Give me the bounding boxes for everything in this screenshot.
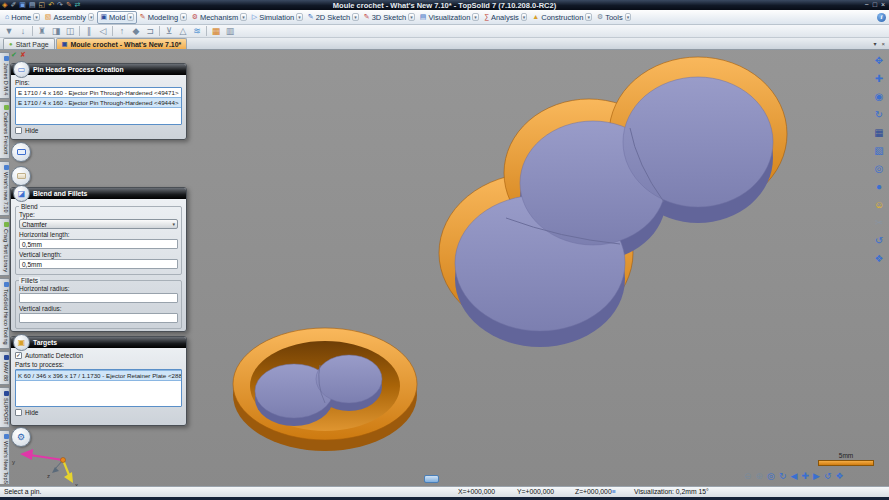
side-tab-2[interactable]: What's new 7.10 [0,161,10,217]
sketch-rectangle-button[interactable] [11,142,31,162]
tab-mechanism[interactable]: ⚙Mechanism▾ [190,12,249,23]
refresh-view-icon[interactable]: ↺ [824,471,832,482]
validate-cancel-icon[interactable]: ✘ [20,51,26,59]
tab-home[interactable]: ⌂Home▾ [3,12,42,23]
tab-construction[interactable]: ▲Construction▾ [530,12,594,23]
pan-view-icon[interactable]: ✚ [801,471,809,482]
sprue-icon[interactable]: ⊻ [162,25,176,37]
vertical-length-input[interactable]: 0,5mm [19,259,178,269]
pan-icon[interactable]: ✥ [875,55,883,66]
tab-mechanism-dropdown[interactable]: ▾ [240,13,247,21]
next-view-icon[interactable]: ▶ [813,471,820,482]
shading-icon[interactable]: ● [876,181,882,192]
side-tab-4[interactable]: TopSolid Heico Tooling [0,278,10,349]
pins-listbox[interactable]: E 1710 / 4 x 160 - Ejector Pin Through-H… [15,87,182,125]
tab-2d-sketch-dropdown[interactable]: ▾ [352,13,359,21]
slide-icon[interactable]: ◁ [96,25,110,37]
pin-list-item-selected[interactable]: E 1710 / 4 x 160 - Ejector Pin Through-H… [16,97,181,108]
hide-pins-checkbox[interactable] [15,127,22,134]
core-icon[interactable]: ◨ [49,25,63,37]
tab-visualization-dropdown[interactable]: ▾ [472,13,479,21]
blend-dialog-title[interactable]: Blend and Fillets [11,188,186,199]
tab-3d-sketch[interactable]: ✎3D Sketch▾ [362,12,417,23]
rotate-view-icon[interactable]: ↻ [779,471,787,482]
standard-views-icon[interactable]: ▦ [874,127,883,138]
blend-dialog-icon[interactable]: ◪ [13,185,30,202]
tab-construction-dropdown[interactable]: ▾ [585,13,592,21]
previous-view-icon[interactable]: ◀ [791,471,798,482]
targets-listbox[interactable]: K 60 / 346 x 396 x 17 / 1.1730 - Ejector… [15,369,182,407]
zoom-in-icon[interactable]: ⊕ [756,471,764,482]
guide-icon[interactable]: ∥ [82,25,96,37]
tab-tools[interactable]: ⚙Tools▾ [595,12,633,23]
pin-heads-dialog-title[interactable]: Pin Heads Process Creation [11,64,186,75]
side-tab-5[interactable]: MAV 88 [0,351,10,385]
attributes-icon[interactable]: ❖ [875,253,884,264]
tab-overflow-button[interactable]: ▾ [873,40,876,47]
catalog-icon[interactable]: ▥ [223,25,237,37]
plate-icon[interactable]: ⊐ [143,25,157,37]
side-tab-3[interactable]: Craig Test Library [0,218,10,276]
undo-icon[interactable]: ↶ [48,0,54,10]
tab-start-page[interactable]: ●Start Page [3,38,55,49]
hide-targets-checkbox[interactable] [15,409,22,416]
side-tab-7[interactable]: What's New TopSolid'Mold 7.10 [0,430,10,484]
edit-icon[interactable]: ✎ [66,0,72,10]
target-list-item-selected[interactable]: K 60 / 346 x 396 x 17 / 1.1730 - Ejector… [16,370,181,381]
tab-home-dropdown[interactable]: ▾ [33,13,40,21]
validate-ok-icon[interactable]: ✔ [11,51,17,59]
tab-tools-dropdown[interactable]: ▾ [625,13,632,21]
horizontal-radius-input[interactable] [19,293,178,303]
pin-list-item[interactable]: E 1710 / 4 x 160 - Ejector Pin Through-H… [16,88,181,97]
tab-2d-sketch[interactable]: ✎2D Sketch▾ [306,12,361,23]
tab-analysis[interactable]: ∑Analysis▾ [482,12,529,23]
pin-heads-dialog-icon[interactable]: ▭ [13,61,30,78]
large-mold-part[interactable] [439,57,787,347]
restore-button[interactable]: □ [873,0,877,10]
automatic-detection-checkbox[interactable]: ✓ [15,352,22,359]
horizontal-length-input[interactable]: 0,5mm [19,239,178,249]
vertical-radius-input[interactable] [19,313,178,323]
runner-icon[interactable]: △ [176,25,190,37]
tab-mold[interactable]: ▣Mold▾ [97,11,136,24]
redo-icon[interactable]: ↷ [57,0,63,10]
tab-mold-dropdown[interactable]: ▾ [127,13,134,21]
lifter-icon[interactable]: ↑ [115,25,129,37]
targets-dialog-icon[interactable]: ▣ [13,334,30,351]
tab-moule-crochet[interactable]: ▣Moule crochet - What's New 7.10* [56,38,188,49]
view-cube-icon[interactable]: ❖ [835,471,843,482]
sync-icon[interactable]: ⇄ [75,0,81,10]
mini-widget-icon[interactable] [424,475,439,483]
coordinate-marker-icon[interactable]: ≡ [612,488,616,495]
visualization-status[interactable]: Visualization: 0,2mm 15° [634,488,709,495]
zoom-fit-icon[interactable]: ◎ [767,471,775,482]
blend-type-select[interactable]: Chamfer ▾ [19,219,178,229]
tab-analysis-dropdown[interactable]: ▾ [521,13,528,21]
open-icon[interactable]: ◱ [39,0,46,10]
zoom-window-icon[interactable]: ▧ [874,145,883,156]
mold-base-icon[interactable]: ▦ [209,25,223,37]
zoom-out-icon[interactable]: ⊖ [744,471,752,482]
tab-3d-sketch-dropdown[interactable]: ▾ [408,13,415,21]
save-all-icon[interactable]: ▤ [29,0,36,10]
tab-simulation[interactable]: ▷Simulation▾ [250,12,305,23]
spin-icon[interactable]: ↺ [875,235,883,246]
orbit-icon[interactable]: ◉ [875,91,884,102]
blank-tool-button[interactable] [11,166,31,186]
side-tab-6[interactable]: SUPPORT [0,387,10,429]
tab-simulation-dropdown[interactable]: ▾ [296,13,303,21]
tab-modeling-dropdown[interactable]: ▾ [180,13,187,21]
minimize-button[interactable]: − [865,0,869,10]
core-pin-icon[interactable]: ♜ [35,25,49,37]
pin-head-process-icon[interactable]: ▼ [2,25,16,37]
render-icon[interactable]: ☺ [874,199,884,210]
save-icon[interactable]: ▣ [19,0,26,10]
side-tab-1[interactable]: Cadieres Freibott [0,101,10,158]
options-gear-button[interactable]: ⚙ [11,427,31,447]
cooling-icon[interactable]: ≋ [190,25,204,37]
cavity-icon[interactable]: ◫ [63,25,77,37]
rotate-icon[interactable]: ↻ [875,109,883,120]
info-icon[interactable]: i [877,13,886,22]
tab-assembly[interactable]: ▧Assembly▾ [43,12,97,23]
customize-icon[interactable]: ✐ [10,0,16,10]
